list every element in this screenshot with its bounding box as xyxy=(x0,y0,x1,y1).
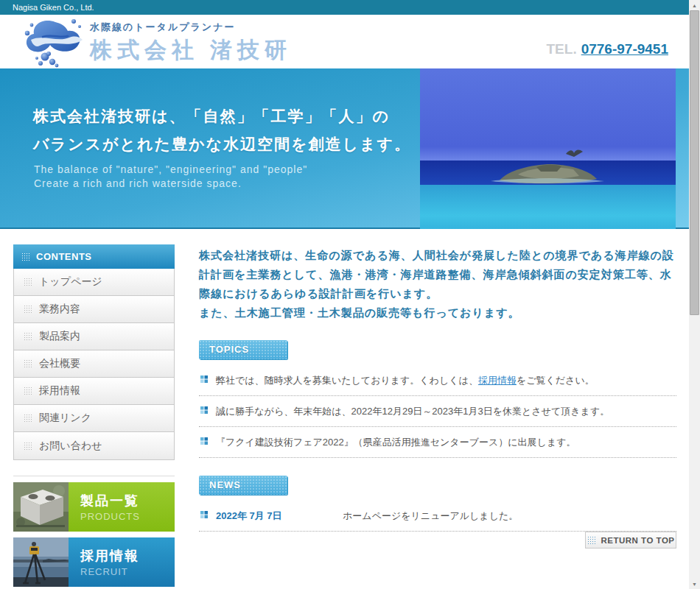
blue-squares-icon xyxy=(200,437,208,445)
dots-icon xyxy=(24,414,32,423)
hero-headline-line1: 株式会社渚技研は、「自然」「工学」「人」の xyxy=(33,102,411,130)
blue-squares-icon xyxy=(200,511,208,518)
main-content: 株式会社渚技研は、生命の源である海、人間社会が発展した陸との境界である海岸線の設… xyxy=(199,246,676,532)
dots-icon xyxy=(24,359,32,368)
sidebar-item-links[interactable]: 関連リンク xyxy=(14,405,174,432)
products-banner[interactable]: 製品一覧 PRODUCTS xyxy=(13,482,175,532)
sidebar-item-top-page[interactable]: トップページ xyxy=(14,269,174,296)
blue-squares-icon xyxy=(200,406,208,414)
sidebar-item-products[interactable]: 製品案内 xyxy=(14,323,174,350)
top-utility-bar: Nagisa Giken Co., Ltd. xyxy=(0,0,689,15)
blue-squares-icon xyxy=(200,375,208,383)
topics-list: 弊社では、随時求人を募集いたしております。くわしくは、採用情報をご覧ください。 … xyxy=(199,365,676,458)
news-text: ホームページをリニューアルしました。 xyxy=(343,509,518,523)
sidebar-item-services[interactable]: 業務内容 xyxy=(14,296,174,323)
intro-line1: 株式会社渚技研は、生命の源である海、人間社会が発展した陸との境界である海岸線の設… xyxy=(199,249,674,300)
recruit-banner-subtitle: RECRUIT xyxy=(80,566,175,577)
topics-item-text: 弊社では、随時求人を募集いたしております。くわしくは、採用情報をご覧ください。 xyxy=(216,374,595,387)
photo-sky xyxy=(420,68,676,161)
hero-sub-line1: The balance of "nature", "engineering" a… xyxy=(34,163,307,177)
recruit-info-link[interactable]: 採用情報 xyxy=(478,375,517,386)
sidebar-nav: CONTENTS トップページ 業務内容 製品案内 会社概要 採用情報 関連リン… xyxy=(13,244,175,460)
site-header: 水際線のトータルプランナー 株式会社 渚技研 TEL.0776-97-9451 xyxy=(0,15,689,68)
topics-item-2: 誠に勝手ながら、年末年始は、2022年12月29日～2023年1月3日を休業とさ… xyxy=(199,396,676,427)
news-heading: NEWS xyxy=(199,476,287,495)
vertical-scrollbar: ▲ ▼ xyxy=(689,0,700,589)
hero-banner: 株式会社渚技研は、「自然」「工学」「人」の バランスがとれた豊かな水辺空間を創造… xyxy=(0,68,689,229)
hero-sub-line2: Create a rich and rich waterside space. xyxy=(34,177,307,191)
scroll-up-arrow-icon[interactable]: ▲ xyxy=(689,0,700,10)
brand-block: 水際線のトータルプランナー 株式会社 渚技研 xyxy=(90,21,292,66)
products-banner-subtitle: PRODUCTS xyxy=(80,511,175,522)
dots-icon xyxy=(21,253,30,261)
topics-text-post: をご覧ください。 xyxy=(517,375,595,386)
photo-bird xyxy=(564,147,584,158)
tel-number-link[interactable]: 0776-97-9451 xyxy=(581,41,668,57)
ocean-photo xyxy=(420,68,676,229)
telephone-block: TEL.0776-97-9451 xyxy=(547,41,669,57)
topics-item-3: 『フクイ建設技術フェア2022』（県産品活用推進センターブース）に出展します。 xyxy=(199,427,676,458)
news-date: 2022年 7月 7日 xyxy=(216,509,343,523)
sidebar-header: CONTENTS xyxy=(13,244,175,269)
sidebar-title: CONTENTS xyxy=(36,251,92,262)
water-drop-logo-icon xyxy=(21,18,88,68)
sidebar-banners: 製品一覧 PRODUCTS 採用情報 RECRUIT xyxy=(13,476,175,589)
products-banner-title: 製品一覧 xyxy=(80,492,175,509)
scroll-down-arrow-icon[interactable]: ▼ xyxy=(689,579,700,589)
scrollbar-thumb[interactable] xyxy=(690,10,699,315)
topics-text-pre: 弊社では、随時求人を募集いたしております。くわしくは、 xyxy=(216,375,478,386)
dots-icon xyxy=(24,305,32,314)
news-item-1: 2022年 7月 7日 ホームページをリニューアルしました。 xyxy=(199,501,676,532)
return-to-top-button[interactable]: RETURN TO TOP xyxy=(585,532,676,549)
dots-icon xyxy=(24,442,32,451)
brand-company-name: 株式会社 渚技研 xyxy=(90,35,292,66)
recruit-banner[interactable]: 採用情報 RECRUIT xyxy=(13,537,175,587)
intro-line2: また、土木施工管理・土木製品の販売等も行っております。 xyxy=(199,306,520,319)
company-logo[interactable] xyxy=(21,18,88,68)
recruit-banner-label: 採用情報 RECRUIT xyxy=(69,537,175,587)
topics-item-text: 誠に勝手ながら、年末年始は、2022年12月29日～2023年1月3日を休業とさ… xyxy=(216,405,609,418)
sidebar-item-recruit[interactable]: 採用情報 xyxy=(14,378,174,405)
photo-shallow-water xyxy=(420,185,676,229)
tel-label: TEL. xyxy=(547,41,577,57)
dots-icon xyxy=(587,536,596,544)
return-to-top-label: RETURN TO TOP xyxy=(601,536,675,545)
photo-rock-island xyxy=(485,157,610,186)
dots-icon xyxy=(24,332,32,341)
intro-paragraph: 株式会社渚技研は、生命の源である海、人間社会が発展した陸との境界である海岸線の設… xyxy=(199,246,676,322)
concrete-block-photo xyxy=(13,482,69,532)
topics-heading: TOPICS xyxy=(199,340,287,359)
products-banner-label: 製品一覧 PRODUCTS xyxy=(69,482,175,532)
sidebar-item-company[interactable]: 会社概要 xyxy=(14,350,174,378)
hero-headline: 株式会社渚技研は、「自然」「工学」「人」の バランスがとれた豊かな水辺空間を創造… xyxy=(33,102,411,158)
sidebar-item-contact[interactable]: お問い合わせ xyxy=(14,432,174,459)
topics-item-text: 『フクイ建設技術フェア2022』（県産品活用推進センターブース）に出展します。 xyxy=(216,436,576,449)
company-name-en: Nagisa Giken Co., Ltd. xyxy=(13,3,94,12)
topics-item-1: 弊社では、随時求人を募集いたしております。くわしくは、採用情報をご覧ください。 xyxy=(199,365,676,396)
recruit-banner-title: 採用情報 xyxy=(80,547,175,565)
sidebar-menu: トップページ 業務内容 製品案内 会社概要 採用情報 関連リンク お問い合わせ xyxy=(13,269,175,460)
hero-subheadline: The balance of "nature", "engineering" a… xyxy=(34,163,307,191)
survey-equipment-photo xyxy=(13,537,69,587)
page: Nagisa Giken Co., Ltd. xyxy=(0,0,689,589)
hero-headline-line2: バランスがとれた豊かな水辺空間を創造します。 xyxy=(33,130,411,158)
dots-icon xyxy=(24,278,32,286)
brand-tagline: 水際線のトータルプランナー xyxy=(90,21,292,34)
dots-icon xyxy=(24,387,32,395)
news-list: 2022年 7月 7日 ホームページをリニューアルしました。 xyxy=(199,501,676,532)
